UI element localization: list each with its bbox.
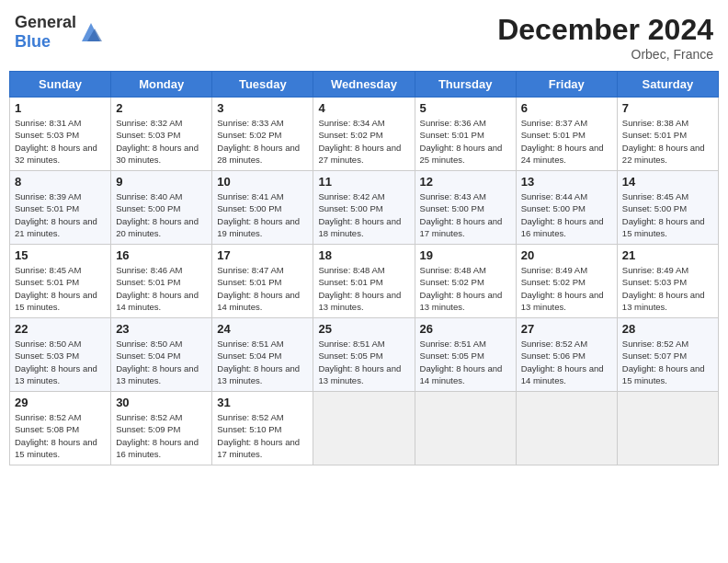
cell-info: Sunrise: 8:51 AMSunset: 5:05 PMDaylight:… <box>318 338 409 386</box>
cell-info: Sunrise: 8:31 AMSunset: 5:03 PMDaylight:… <box>15 117 106 166</box>
cell-info: Sunrise: 8:38 AMSunset: 5:01 PMDaylight:… <box>622 117 713 166</box>
cell-info: Sunrise: 8:52 AMSunset: 5:07 PMDaylight:… <box>622 338 713 386</box>
calendar-cell: 31Sunrise: 8:52 AMSunset: 5:10 PMDayligh… <box>212 392 313 465</box>
calendar-cell: 30Sunrise: 8:52 AMSunset: 5:09 PMDayligh… <box>111 392 212 465</box>
cell-info: Sunrise: 8:45 AMSunset: 5:00 PMDaylight:… <box>622 190 713 239</box>
calendar-table: SundayMondayTuesdayWednesdayThursdayFrid… <box>9 71 719 465</box>
calendar-cell: 5Sunrise: 8:36 AMSunset: 5:01 PMDaylight… <box>415 98 516 171</box>
cell-info: Sunrise: 8:41 AMSunset: 5:00 PMDaylight:… <box>217 190 308 239</box>
header-friday: Friday <box>516 72 617 98</box>
cell-info: Sunrise: 8:49 AMSunset: 5:02 PMDaylight:… <box>521 264 612 313</box>
calendar-cell: 22Sunrise: 8:50 AMSunset: 5:03 PMDayligh… <box>10 318 111 392</box>
logo-blue: Blue <box>15 32 51 51</box>
cell-info: Sunrise: 8:52 AMSunset: 5:08 PMDaylight:… <box>15 411 106 460</box>
day-number: 3 <box>217 101 308 115</box>
calendar-cell <box>516 392 617 465</box>
cell-info: Sunrise: 8:52 AMSunset: 5:06 PMDaylight:… <box>521 338 612 386</box>
month-title: December 2024 <box>497 13 713 47</box>
calendar-cell: 3Sunrise: 8:33 AMSunset: 5:02 PMDaylight… <box>212 98 313 171</box>
calendar-cell: 14Sunrise: 8:45 AMSunset: 5:00 PMDayligh… <box>617 171 718 245</box>
day-number: 9 <box>116 175 207 189</box>
day-number: 20 <box>521 248 612 262</box>
week-row-4: 22Sunrise: 8:50 AMSunset: 5:03 PMDayligh… <box>10 318 719 392</box>
logo-icon <box>78 19 104 45</box>
day-number: 6 <box>521 101 612 115</box>
calendar-cell: 13Sunrise: 8:44 AMSunset: 5:00 PMDayligh… <box>516 171 617 245</box>
cell-info: Sunrise: 8:39 AMSunset: 5:01 PMDaylight:… <box>15 190 106 239</box>
cell-info: Sunrise: 8:52 AMSunset: 5:10 PMDaylight:… <box>217 411 308 460</box>
header-tuesday: Tuesday <box>212 72 313 98</box>
day-number: 7 <box>622 101 713 115</box>
header-row: SundayMondayTuesdayWednesdayThursdayFrid… <box>10 72 719 98</box>
calendar-cell <box>313 392 415 465</box>
calendar-cell: 18Sunrise: 8:48 AMSunset: 5:01 PMDayligh… <box>313 245 415 318</box>
day-number: 10 <box>217 175 308 189</box>
calendar-cell: 24Sunrise: 8:51 AMSunset: 5:04 PMDayligh… <box>212 318 313 392</box>
calendar-cell: 10Sunrise: 8:41 AMSunset: 5:00 PMDayligh… <box>212 171 313 245</box>
day-number: 27 <box>521 322 612 336</box>
calendar-header: SundayMondayTuesdayWednesdayThursdayFrid… <box>10 72 719 98</box>
day-number: 15 <box>15 248 106 262</box>
logo: General Blue <box>15 13 104 52</box>
cell-info: Sunrise: 8:51 AMSunset: 5:04 PMDaylight:… <box>217 338 308 386</box>
header-saturday: Saturday <box>617 72 718 98</box>
header-monday: Monday <box>111 72 212 98</box>
day-number: 18 <box>318 248 409 262</box>
day-number: 13 <box>521 175 612 189</box>
calendar-cell: 12Sunrise: 8:43 AMSunset: 5:00 PMDayligh… <box>415 171 516 245</box>
calendar-cell: 6Sunrise: 8:37 AMSunset: 5:01 PMDaylight… <box>516 98 617 171</box>
calendar-cell: 21Sunrise: 8:49 AMSunset: 5:03 PMDayligh… <box>617 245 718 318</box>
cell-info: Sunrise: 8:47 AMSunset: 5:01 PMDaylight:… <box>217 264 308 313</box>
day-number: 14 <box>622 175 713 189</box>
cell-info: Sunrise: 8:34 AMSunset: 5:02 PMDaylight:… <box>318 117 409 166</box>
calendar-cell: 27Sunrise: 8:52 AMSunset: 5:06 PMDayligh… <box>516 318 617 392</box>
cell-info: Sunrise: 8:37 AMSunset: 5:01 PMDaylight:… <box>521 117 612 166</box>
cell-info: Sunrise: 8:52 AMSunset: 5:09 PMDaylight:… <box>116 411 207 460</box>
calendar-cell: 8Sunrise: 8:39 AMSunset: 5:01 PMDaylight… <box>10 171 111 245</box>
day-number: 19 <box>420 248 511 262</box>
calendar-cell: 15Sunrise: 8:45 AMSunset: 5:01 PMDayligh… <box>10 245 111 318</box>
day-number: 17 <box>217 248 308 262</box>
day-number: 2 <box>116 101 207 115</box>
day-number: 28 <box>622 322 713 336</box>
cell-info: Sunrise: 8:33 AMSunset: 5:02 PMDaylight:… <box>217 117 308 166</box>
cell-info: Sunrise: 8:51 AMSunset: 5:05 PMDaylight:… <box>420 338 511 386</box>
calendar-cell: 7Sunrise: 8:38 AMSunset: 5:01 PMDaylight… <box>617 98 718 171</box>
calendar-cell: 19Sunrise: 8:48 AMSunset: 5:02 PMDayligh… <box>415 245 516 318</box>
day-number: 23 <box>116 322 207 336</box>
calendar-cell: 29Sunrise: 8:52 AMSunset: 5:08 PMDayligh… <box>10 392 111 465</box>
header: General Blue December 2024 Orbec, France <box>9 9 719 65</box>
cell-info: Sunrise: 8:46 AMSunset: 5:01 PMDaylight:… <box>116 264 207 313</box>
calendar-cell: 16Sunrise: 8:46 AMSunset: 5:01 PMDayligh… <box>111 245 212 318</box>
day-number: 29 <box>15 396 106 409</box>
calendar-cell: 11Sunrise: 8:42 AMSunset: 5:00 PMDayligh… <box>313 171 415 245</box>
cell-info: Sunrise: 8:50 AMSunset: 5:04 PMDaylight:… <box>116 338 207 386</box>
day-number: 5 <box>420 101 511 115</box>
calendar-cell: 4Sunrise: 8:34 AMSunset: 5:02 PMDaylight… <box>313 98 415 171</box>
cell-info: Sunrise: 8:45 AMSunset: 5:01 PMDaylight:… <box>15 264 106 313</box>
calendar-cell: 1Sunrise: 8:31 AMSunset: 5:03 PMDaylight… <box>10 98 111 171</box>
week-row-1: 1Sunrise: 8:31 AMSunset: 5:03 PMDaylight… <box>10 98 719 171</box>
day-number: 16 <box>116 248 207 262</box>
day-number: 8 <box>15 175 106 189</box>
calendar-cell <box>617 392 718 465</box>
day-number: 12 <box>420 175 511 189</box>
day-number: 24 <box>217 322 308 336</box>
header-thursday: Thursday <box>415 72 516 98</box>
week-row-2: 8Sunrise: 8:39 AMSunset: 5:01 PMDaylight… <box>10 171 719 245</box>
calendar-cell: 9Sunrise: 8:40 AMSunset: 5:00 PMDaylight… <box>111 171 212 245</box>
location: Orbec, France <box>497 47 713 62</box>
title-area: December 2024 Orbec, France <box>497 13 713 62</box>
day-number: 4 <box>318 101 409 115</box>
week-row-3: 15Sunrise: 8:45 AMSunset: 5:01 PMDayligh… <box>10 245 719 318</box>
day-number: 26 <box>420 322 511 336</box>
week-row-5: 29Sunrise: 8:52 AMSunset: 5:08 PMDayligh… <box>10 392 719 465</box>
calendar-cell: 28Sunrise: 8:52 AMSunset: 5:07 PMDayligh… <box>617 318 718 392</box>
calendar-cell: 20Sunrise: 8:49 AMSunset: 5:02 PMDayligh… <box>516 245 617 318</box>
calendar-cell: 25Sunrise: 8:51 AMSunset: 5:05 PMDayligh… <box>313 318 415 392</box>
cell-info: Sunrise: 8:44 AMSunset: 5:00 PMDaylight:… <box>521 190 612 239</box>
day-number: 25 <box>318 322 409 336</box>
cell-info: Sunrise: 8:43 AMSunset: 5:00 PMDaylight:… <box>420 190 511 239</box>
day-number: 1 <box>15 101 106 115</box>
cell-info: Sunrise: 8:40 AMSunset: 5:00 PMDaylight:… <box>116 190 207 239</box>
